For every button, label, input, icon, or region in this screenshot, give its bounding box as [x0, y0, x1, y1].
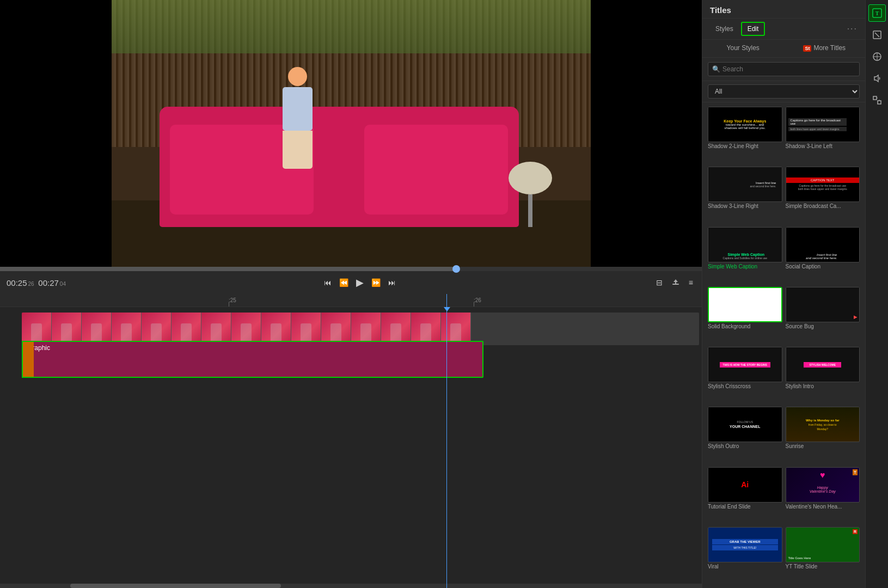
frame-back-button[interactable]: ⏪ — [337, 276, 351, 289]
tab-edit[interactable]: Edit — [741, 22, 765, 36]
stool-leg — [528, 194, 532, 227]
toolbar-effects-btn[interactable] — [868, 48, 886, 65]
frame-content — [211, 323, 222, 342]
style-item-shadow-3-left[interactable]: Captions go here for the broadcast use b… — [786, 107, 860, 163]
thumb-line2: and second line here. — [714, 185, 776, 188]
thumb-sc-bar: THIS IS HOW THE STORY BEGINS — [720, 362, 770, 367]
style-label-stylish-crisscross: Stylish Crisscross — [708, 382, 782, 391]
thumb-viral-bot: WITH THIS TITLE! — [712, 545, 778, 550]
toolbar-transform-btn[interactable] — [868, 91, 886, 109]
your-styles-btn[interactable]: Your Styles — [702, 40, 784, 57]
style-item-shadow-2-right[interactable]: Keep Your Face Always toward the sunshin… — [708, 107, 782, 163]
thumb-line1: Captions go here for the broadcast use — [788, 118, 847, 126]
style-thumb-simple-web-caption: Simple Web Caption Captions and Subtitle… — [708, 227, 782, 262]
style-thumb-social-caption: Insert first lineand second line here. — [786, 227, 860, 262]
styles-nav: Your Styles StMore Titles — [702, 40, 865, 58]
style-thumb-tutorial-end: Ai — [708, 467, 782, 503]
svg-rect-9 — [878, 101, 881, 104]
thumb-val-text: HappyValentine's Day — [810, 486, 836, 493]
video-track-strip — [22, 313, 699, 345]
style-label-shadow-3-right: Shadow 3-Line Right — [708, 202, 782, 211]
scrubber-head — [452, 265, 460, 273]
more-options-button[interactable]: ≡ — [687, 276, 695, 289]
timeline-ruler: :25 :26 — [0, 294, 702, 307]
style-item-sunrise[interactable]: Why is Monday so far from Friday, so clo… — [786, 407, 860, 463]
playhead-line — [446, 294, 447, 588]
svg-rect-0 — [672, 284, 679, 285]
film-frame-13 — [381, 313, 411, 345]
person-legs — [283, 131, 313, 169]
film-frame-2 — [52, 313, 82, 345]
svg-rect-8 — [873, 96, 877, 100]
person — [265, 67, 330, 187]
thumb-val-heart: ♥ — [820, 470, 825, 480]
style-label-tutorial-end: Tutorial End Slide — [708, 503, 782, 512]
tab-styles[interactable]: Styles — [710, 23, 739, 35]
transport-controls: ⏮ ⏪ ▶ ⏩ ⏭ — [70, 274, 650, 291]
frame-content — [301, 323, 311, 342]
film-frame-4 — [112, 313, 142, 345]
time-display: 00:25 26 00:27 04 — [7, 278, 66, 287]
film-frame-15 — [441, 313, 471, 345]
style-label-stylish-outro: Stylish Outro — [708, 442, 782, 451]
skip-back-button[interactable]: ⏮ — [322, 276, 334, 289]
style-item-solid-background[interactable]: Solid Background — [708, 287, 782, 344]
filter-select[interactable]: All Lower Thirds Titles Captions — [708, 84, 860, 99]
style-item-simple-broadcast[interactable]: CAPTION TEXT Captions go here for the br… — [786, 167, 860, 223]
toolbar-crop-btn[interactable] — [868, 26, 886, 44]
style-item-stylish-crisscross[interactable]: THIS IS HOW THE STORY BEGINS Stylish Cri… — [708, 347, 782, 403]
export-button[interactable] — [669, 276, 682, 289]
timeline-tracks: Graphic — [0, 307, 702, 351]
frame-content — [330, 323, 341, 342]
play-button[interactable]: ▶ — [354, 274, 366, 291]
time-current: 00:25 — [7, 278, 27, 287]
style-item-shadow-3-right[interactable]: Insert first line and second line here. … — [708, 167, 782, 223]
timeline-scroll-thumb[interactable] — [70, 584, 281, 588]
style-item-stylish-intro[interactable]: STYLISH WELCOME Stylish Intro — [786, 347, 860, 403]
frame-fwd-button[interactable]: ⏩ — [369, 276, 383, 289]
scrubber-bar[interactable] — [0, 267, 702, 271]
style-thumb-solid-background — [708, 287, 782, 322]
right-panel: Titles Styles Edit ··· Your Styles StMor… — [702, 0, 865, 588]
toolbar-titles-btn[interactable]: T — [868, 4, 886, 22]
style-item-tutorial-end[interactable]: Ai Tutorial End Slide — [708, 467, 782, 524]
style-label-simple-web-caption: Simple Web Caption — [708, 262, 782, 272]
thumb-line1: Keep Your Face Always — [715, 119, 774, 123]
frame-content — [121, 323, 132, 342]
style-item-yt-title[interactable]: Title Goes Here R YT Title Slide — [786, 527, 860, 584]
frame-content — [271, 323, 281, 342]
graphic-track[interactable]: Graphic — [22, 341, 483, 378]
person-body — [283, 87, 313, 131]
style-item-viral[interactable]: GRAB THE VIEWER WITH THIS TITLE! Viral — [708, 527, 782, 584]
filter-row: All Lower Thirds Titles Captions — [702, 81, 865, 102]
toolbar-audio-btn[interactable] — [868, 70, 886, 87]
style-item-simple-web-caption[interactable]: Simple Web Caption Captions and Subtitle… — [708, 227, 782, 284]
video-preview — [0, 0, 702, 267]
search-input[interactable] — [708, 62, 860, 76]
style-item-valentines-neon[interactable]: ♥ HappyValentine's Day T Valentine's Neo… — [786, 467, 860, 524]
panel-tabs: Styles Edit ··· — [702, 19, 865, 40]
stool-top — [509, 162, 552, 194]
film-frame-7 — [201, 313, 231, 345]
film-frame-8 — [231, 313, 261, 345]
style-item-source-bug[interactable]: ▶ Source Bug — [786, 287, 860, 344]
style-label-valentines-neon: Valentine's Neon Hea... — [786, 503, 860, 512]
style-item-social-caption[interactable]: Insert first lineand second line here. S… — [786, 227, 860, 284]
frame-content — [151, 323, 162, 342]
fit-to-frame-button[interactable]: ⊟ — [654, 276, 665, 289]
graphic-track-handle[interactable] — [22, 341, 34, 378]
thumb-bc-text: Captions go here for the broadcast usebo… — [797, 183, 848, 192]
video-track[interactable] — [22, 313, 699, 345]
timeline-scrollbar[interactable] — [0, 584, 702, 588]
style-item-stylish-outro[interactable]: FOLLOW US YOUR CHANNEL Stylish Outro — [708, 407, 782, 463]
thumb-so-channel: YOUR CHANNEL — [730, 425, 760, 428]
thumb-line3: shadows will fall behind you. — [715, 126, 774, 130]
transport-bar: 00:25 26 00:27 04 ⏮ ⏪ ▶ ⏩ ⏭ ⊟ ≡ — [0, 271, 702, 294]
thumb-si-bar: STYLISH WELCOME — [804, 362, 841, 367]
style-label-sunrise: Sunrise — [786, 442, 860, 451]
more-titles-btn[interactable]: StMore Titles — [784, 40, 866, 57]
panel-menu-dots[interactable]: ··· — [847, 24, 858, 34]
skip-fwd-button[interactable]: ⏭ — [386, 276, 398, 289]
ruler-mark-26: :26 — [474, 294, 481, 307]
person-head — [288, 67, 307, 86]
